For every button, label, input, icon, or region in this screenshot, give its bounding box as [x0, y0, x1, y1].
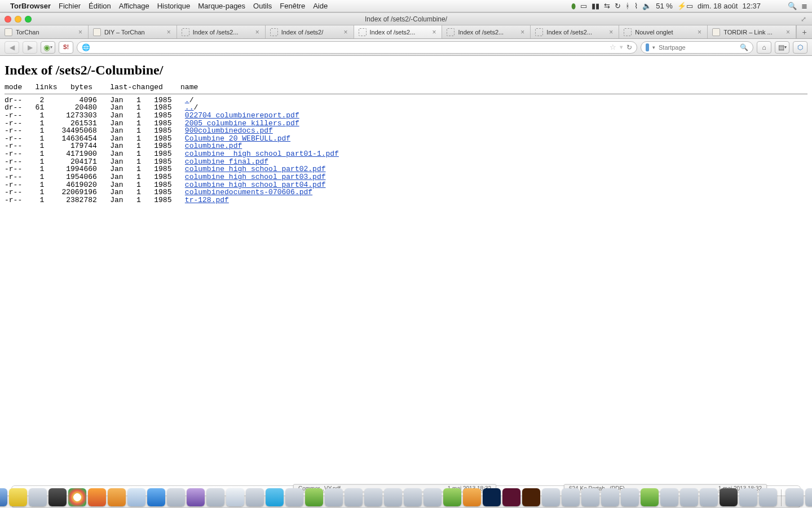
tab-4[interactable]: Index of /sets2...× [354, 25, 443, 38]
dock-app-22[interactable] [423, 488, 442, 506]
dock-app-41[interactable] [805, 488, 813, 506]
menu-historique[interactable]: Historique [157, 2, 191, 10]
dock-app-12[interactable] [226, 488, 244, 506]
search-input[interactable] [659, 44, 736, 51]
volume-icon[interactable]: 🔈 [642, 2, 651, 10]
dock-app-35[interactable] [680, 488, 698, 506]
menu-affichage[interactable]: Affichage [119, 2, 149, 10]
dock-app-9[interactable] [167, 488, 185, 506]
torbutton-icon[interactable]: ◉▾ [41, 41, 55, 54]
reload-button[interactable]: ↻ [626, 43, 632, 51]
dock-app-7[interactable] [127, 488, 145, 506]
tab-close-icon[interactable]: × [696, 28, 703, 36]
leaf-icon[interactable]: ⬮ [571, 2, 576, 11]
battery-charge-icon[interactable]: ⚡▭ [677, 2, 693, 10]
file-link[interactable]: tr-128.pdf [185, 196, 229, 204]
tab-3[interactable]: Index of /sets2/× [266, 25, 354, 38]
menubar-time[interactable]: 12:37 [742, 2, 761, 10]
new-tab-button[interactable]: + [796, 25, 812, 38]
dock-app-1[interactable] [9, 488, 27, 506]
dock-app-36[interactable] [700, 488, 718, 506]
bookmark-star-icon[interactable]: ☆ [610, 43, 616, 51]
dock-app-13[interactable] [246, 488, 264, 506]
home-button[interactable]: ⌂ [757, 41, 771, 54]
dock-app-10[interactable] [187, 488, 205, 506]
dock-app-14[interactable] [266, 488, 284, 506]
dock-app-24[interactable] [463, 488, 481, 506]
dock-app-40[interactable] [785, 488, 804, 506]
bookmarks-menu-button[interactable]: ▤▾ [775, 41, 789, 54]
tab-close-icon[interactable]: × [77, 28, 83, 36]
window-minimize-button[interactable] [15, 16, 21, 23]
search-engine-dropdown[interactable]: ▾ [652, 45, 655, 50]
dock-app-3[interactable] [48, 488, 67, 506]
dock-app-33[interactable] [641, 488, 659, 506]
dock-app-23[interactable] [443, 488, 461, 506]
spotlight-icon[interactable]: 🔍 [788, 2, 797, 10]
dock-app-20[interactable] [384, 488, 402, 506]
tab-2[interactable]: Index of /sets2...× [177, 25, 266, 38]
dock-app-8[interactable] [147, 488, 165, 506]
menu-aide[interactable]: Aide [313, 2, 328, 10]
search-go-icon[interactable]: 🔍 [740, 43, 748, 51]
dock-app-18[interactable] [345, 488, 363, 506]
tab-close-icon[interactable]: × [608, 28, 614, 36]
dock-app-17[interactable] [325, 488, 343, 506]
tor-circuit-button[interactable]: ⬡ [793, 41, 807, 54]
dock-app-26[interactable] [502, 488, 520, 506]
sync-icon[interactable]: ⇆ [604, 2, 610, 10]
menubar-date[interactable]: dim. 18 août [698, 2, 738, 10]
dock-app-30[interactable] [581, 488, 599, 506]
tab-close-icon[interactable]: × [343, 28, 349, 36]
window-zoom-button[interactable] [25, 16, 32, 23]
dock-app-16[interactable] [305, 488, 323, 506]
battery-icon[interactable]: ▮▮ [592, 2, 599, 10]
display-icon[interactable]: ▭ [580, 2, 587, 10]
tab-5[interactable]: Index of /sets2...× [442, 25, 531, 38]
dock-app-39[interactable] [759, 488, 777, 506]
tab-0[interactable]: TorChan× [0, 25, 89, 38]
back-button[interactable]: ◀ [5, 41, 19, 54]
dock-app-25[interactable] [483, 488, 501, 506]
dock-app-32[interactable] [621, 488, 639, 506]
url-input[interactable] [94, 44, 606, 51]
menu-outils[interactable]: Outils [253, 2, 272, 10]
dock-app-34[interactable] [660, 488, 678, 506]
timemachine-icon[interactable]: ↻ [615, 2, 621, 10]
notification-center-icon[interactable]: ≣ [801, 2, 807, 10]
dock-app-31[interactable] [601, 488, 619, 506]
window-titlebar[interactable]: Index of /sets2/-Columbine/ ⤢ [0, 13, 812, 25]
window-fullscreen-icon[interactable]: ⤢ [801, 15, 809, 23]
dock-app-4[interactable] [68, 488, 86, 506]
tab-6[interactable]: Index of /sets2...× [531, 25, 619, 38]
menu-fenêtre[interactable]: Fenêtre [280, 2, 305, 10]
dock-app-15[interactable] [285, 488, 303, 506]
dock-app-19[interactable] [364, 488, 382, 506]
menu-marque-pages[interactable]: Marque-pages [198, 2, 245, 10]
dock-app-38[interactable] [739, 488, 757, 506]
tab-close-icon[interactable]: × [519, 28, 526, 36]
dock-app-27[interactable] [522, 488, 540, 506]
menu-fichier[interactable]: Fichier [59, 2, 81, 10]
tab-close-icon[interactable]: × [254, 28, 261, 36]
url-bar[interactable]: 🌐 ☆ ▾ ↻ [77, 41, 637, 54]
dock-app-5[interactable] [88, 488, 106, 506]
site-identity-icon[interactable]: 🌐 [82, 43, 90, 51]
tab-8[interactable]: TORDIR – Link ...× [708, 25, 796, 38]
dock-app-28[interactable] [542, 488, 560, 506]
tab-close-icon[interactable]: × [166, 28, 172, 36]
dock-app-2[interactable] [29, 488, 47, 506]
tab-close-icon[interactable]: × [785, 28, 791, 36]
search-bar[interactable]: ▾ 🔍 [641, 41, 753, 54]
wifi-icon[interactable]: ⌇ [634, 2, 638, 10]
dock-app-21[interactable] [404, 488, 422, 506]
dock-app-29[interactable] [562, 488, 580, 506]
tab-7[interactable]: Nouvel onglet× [619, 25, 708, 38]
dock-app-37[interactable] [720, 488, 738, 506]
app-name[interactable]: TorBrowser [10, 2, 51, 10]
forward-button[interactable]: ▶ [23, 41, 37, 54]
search-engine-icon[interactable] [646, 43, 649, 51]
dock-app-11[interactable] [206, 488, 224, 506]
window-close-button[interactable] [5, 16, 11, 23]
dock-app-0[interactable] [0, 488, 7, 506]
